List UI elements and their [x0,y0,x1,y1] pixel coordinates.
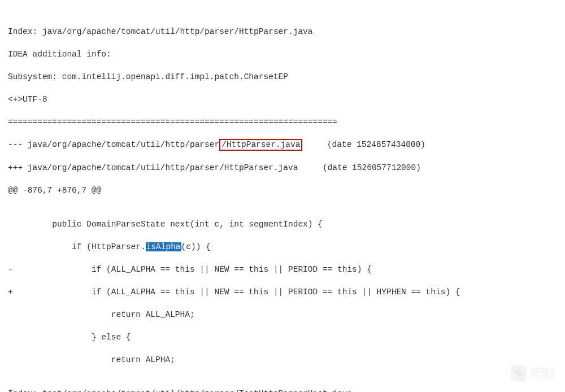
diff-line-new-file: +++ java/org/apache/tomcat/util/http/par… [8,162,565,173]
diff-line: <+>UTF-8 [8,94,565,105]
diff-line-removed: - if (ALL_ALPHA == this || NEW == this |… [8,264,565,275]
diff-line: return ALPHA; [8,354,565,365]
diff-view: Index: java/org/apache/tomcat/util/http/… [0,0,565,392]
diff-line-old-file: --- java/org/apache/tomcat/util/http/par… [8,139,565,151]
diff-line-added: + if (ALL_ALPHA == this || NEW == this |… [8,286,565,298]
diff-line: Subsystem: com.intellij.openapi.diff.imp… [8,71,565,82]
diff-line: public DomainParseState next(int c, int … [8,219,565,230]
text: --- java/org/apache/tomcat/util/http/par… [8,140,219,149]
diff-line: return ALL_ALPHA; [8,309,565,320]
text: (date 1524857434000) [302,140,425,149]
diff-line: if (HttpParser.isAlpha(c)) { [8,241,565,252]
diff-hunk-header: @@ -876,7 +876,7 @@ [8,185,565,196]
text: if (HttpParser. [8,242,146,251]
diff-separator: ========================================… [8,116,565,128]
text: (c)) { [181,242,211,251]
diff-line: Index: java/org/apache/tomcat/util/http/… [8,26,565,37]
diff-line: IDEA additional info: [8,49,565,60]
selection-highlight: isAlpha [146,242,181,251]
highlight-box: /HttpParser.java [219,139,302,151]
diff-line: } else { [8,332,565,343]
diff-line: Index: test/org/apache/tomcat/util/http/… [8,388,565,392]
